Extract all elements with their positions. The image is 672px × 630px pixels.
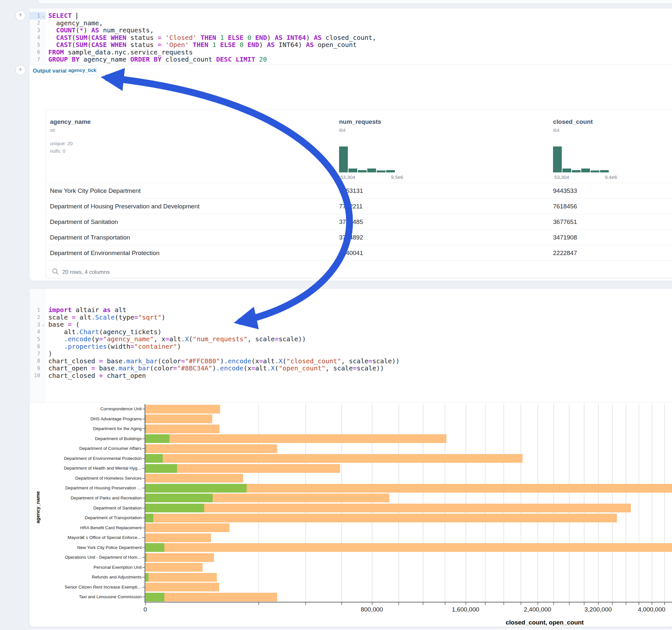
annotation-arrow bbox=[0, 0, 672, 630]
notebook-page: + + 1⌄SELECT 2 agency_name,3 COUNT(*) AS… bbox=[0, 0, 672, 630]
